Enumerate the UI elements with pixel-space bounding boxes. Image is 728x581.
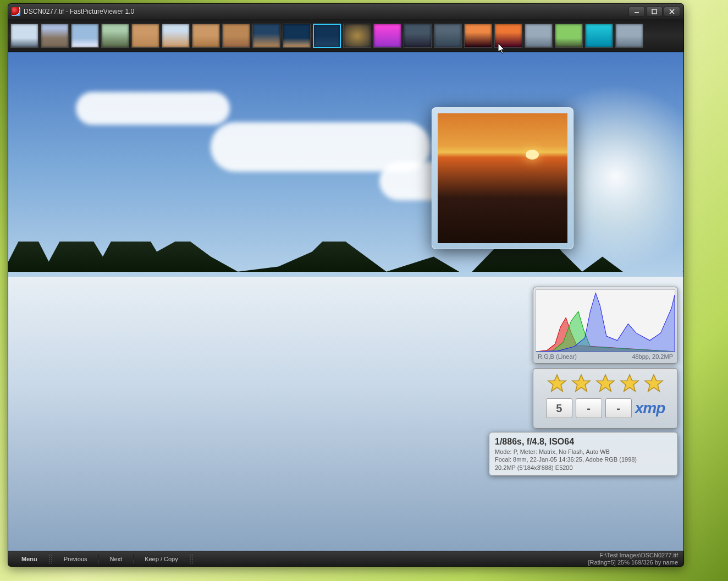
close-button[interactable]: [664, 7, 680, 17]
status-label: [Rating=5] 25% 169/326 by name: [588, 559, 678, 566]
exif-line-focal: Focal: 8mm, 22-Jan-05 14:36:25, Adobe RG…: [495, 456, 672, 464]
thumbnail[interactable]: [525, 24, 553, 48]
next-button[interactable]: Next: [102, 554, 130, 564]
thumbnail[interactable]: [343, 24, 371, 48]
toolbar-separator: [189, 554, 194, 564]
thumbnail[interactable]: [434, 24, 462, 48]
exif-headline: 1/886s, f/4.8, ISO64: [495, 436, 672, 448]
sun-icon: [526, 150, 539, 160]
thumbnail[interactable]: [10, 24, 38, 48]
rating-urgency-box[interactable]: -: [605, 398, 632, 418]
preview-image: [438, 113, 567, 243]
star-icon[interactable]: [547, 373, 567, 394]
thumbnail[interactable]: [101, 24, 129, 48]
histogram-mode-label: R,G,B (Linear): [538, 353, 577, 360]
menu-button[interactable]: Menu: [14, 554, 45, 564]
thumbnail[interactable]: [555, 24, 583, 48]
thumbnail[interactable]: [131, 24, 159, 48]
keep-copy-button[interactable]: Keep / Copy: [137, 554, 186, 564]
star-icon[interactable]: [619, 373, 640, 394]
bottom-toolbar: Menu Previous Next Keep / Copy F:\Test I…: [8, 551, 683, 566]
histogram-panel[interactable]: R,G,B (Linear) 48bpp, 20.2MP: [533, 287, 678, 364]
thumbnail[interactable]: [615, 24, 643, 48]
thumbnail[interactable]: [585, 24, 613, 48]
rating-stars[interactable]: [547, 373, 664, 394]
exif-line-mode: Mode: P, Meter: Matrix, No Flash, Auto W…: [495, 448, 672, 456]
rating-value-box[interactable]: 5: [546, 398, 572, 418]
window-controls: [628, 7, 680, 17]
histogram-info-label: 48bpp, 20.2MP: [632, 353, 673, 360]
thumbnail[interactable]: [71, 24, 99, 48]
toolbar-separator: [133, 554, 134, 564]
histogram-canvas: [536, 289, 675, 352]
thumbnail[interactable]: [41, 24, 69, 48]
thumbnail[interactable]: [464, 24, 492, 48]
file-path-label: F:\Test Images\DSCN0277.tif: [588, 552, 678, 559]
svg-rect-1: [652, 9, 657, 14]
app-icon: [12, 7, 20, 16]
star-icon[interactable]: [643, 373, 664, 394]
exif-info-panel[interactable]: 1/886s, f/4.8, ISO64 Mode: P, Meter: Mat…: [489, 432, 678, 476]
thumbnail-preview-popup: [432, 107, 573, 249]
thumbnail[interactable]: [373, 24, 401, 48]
thumbnail[interactable]: [313, 24, 341, 48]
histogram-label-row: R,G,B (Linear) 48bpp, 20.2MP: [536, 352, 675, 361]
thumbnail[interactable]: [192, 24, 220, 48]
exif-line-resolution: 20.2MP (5'184x3'888) E5200: [495, 464, 672, 472]
thumbnail[interactable]: [252, 24, 280, 48]
maximize-button[interactable]: [646, 7, 663, 17]
star-icon[interactable]: [571, 373, 592, 394]
xmp-logo: xmp: [635, 399, 665, 417]
previous-button[interactable]: Previous: [56, 554, 95, 564]
rating-color-label-box[interactable]: -: [576, 398, 602, 418]
minimize-button[interactable]: [628, 7, 645, 17]
thumbnail[interactable]: [222, 24, 250, 48]
star-icon[interactable]: [595, 373, 616, 394]
thumbnail[interactable]: [283, 24, 311, 48]
rating-details-row: 5 - - xmp: [538, 398, 673, 418]
toolbar-separator: [48, 554, 53, 564]
thumbnail[interactable]: [404, 24, 432, 48]
window-title: DSCN0277.tif - FastPictureViewer 1.0: [24, 8, 628, 15]
titlebar[interactable]: DSCN0277.tif - FastPictureViewer 1.0: [8, 4, 683, 19]
main-image-area[interactable]: R,G,B (Linear) 48bpp, 20.2MP 5 - - xmp 1…: [8, 52, 683, 551]
thumbnail-strip[interactable]: [8, 19, 683, 52]
thumbnail[interactable]: [162, 24, 190, 48]
toolbar-separator: [98, 554, 99, 564]
status-right: F:\Test Images\DSCN0277.tif [Rating=5] 2…: [588, 552, 678, 566]
cloud-icon: [76, 92, 230, 125]
cursor-icon: [498, 43, 507, 54]
rating-panel[interactable]: 5 - - xmp: [533, 368, 678, 429]
app-window: DSCN0277.tif - FastPictureViewer 1.0: [8, 3, 684, 567]
